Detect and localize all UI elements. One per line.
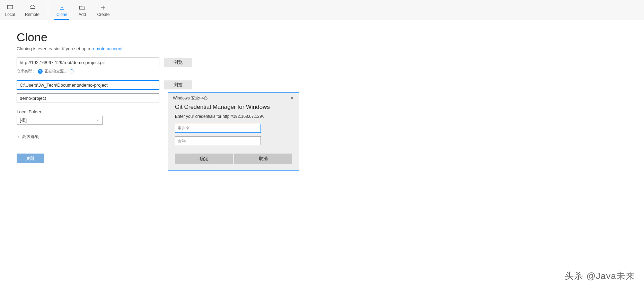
toolbar-clone[interactable]: Clone bbox=[52, 0, 72, 20]
chevron-down-icon bbox=[95, 118, 99, 122]
source-url-input[interactable] bbox=[17, 58, 159, 67]
toolbar-create-label: Create bbox=[97, 12, 109, 17]
local-folder-select[interactable]: [根] bbox=[17, 116, 103, 125]
browse-destination-button[interactable]: 浏览 bbox=[164, 80, 192, 89]
page-subtext: Cloning is even easier if you set up a r… bbox=[17, 46, 644, 51]
plus-icon bbox=[100, 4, 107, 11]
watermark: 头杀 @Java未来 bbox=[565, 270, 635, 282]
username-input[interactable] bbox=[175, 124, 261, 133]
spinner-icon bbox=[70, 69, 74, 73]
dialog-window-title: Windows 安全中心 bbox=[173, 95, 208, 101]
download-icon bbox=[59, 4, 65, 11]
cloud-icon bbox=[29, 4, 36, 11]
folder-open-icon bbox=[79, 4, 86, 11]
dialog-cancel-button[interactable]: 取消 bbox=[234, 154, 292, 164]
toolbar-separator bbox=[48, 2, 48, 18]
advanced-options-toggle[interactable]: 高级选项 bbox=[17, 134, 644, 140]
toolbar-local-label: Local bbox=[5, 12, 15, 17]
dialog-prompt: Enter your credentials for http://192.16… bbox=[175, 114, 292, 119]
toolbar-remote[interactable]: Remote bbox=[20, 0, 44, 20]
toolbar-add-label: Add bbox=[79, 12, 86, 17]
clone-button[interactable]: 克隆 bbox=[17, 154, 44, 163]
toolbar-create[interactable]: Create bbox=[92, 0, 114, 20]
browse-source-button[interactable]: 浏览 bbox=[164, 58, 192, 67]
toolbar-remote-label: Remote bbox=[25, 12, 39, 17]
toolbar-local[interactable]: Local bbox=[0, 0, 20, 20]
destination-path-input[interactable] bbox=[17, 80, 159, 90]
main-content: Clone Cloning is even easier if you set … bbox=[0, 20, 644, 163]
dialog-heading: Git Credential Manager for Windows bbox=[175, 104, 292, 111]
toolbar: Local Remote Clone Add Create bbox=[0, 0, 644, 20]
close-icon bbox=[290, 96, 294, 100]
repo-type-status: 仓库类型： ? 正在检查源… bbox=[17, 69, 644, 74]
credential-dialog: Windows 安全中心 Git Credential Manager for … bbox=[168, 92, 299, 171]
page-title: Clone bbox=[17, 31, 644, 44]
toolbar-clone-label: Clone bbox=[56, 12, 67, 17]
password-input[interactable] bbox=[175, 136, 261, 145]
project-name-input[interactable] bbox=[17, 93, 159, 103]
toolbar-add[interactable]: Add bbox=[72, 0, 92, 20]
dialog-close-button[interactable] bbox=[289, 95, 295, 102]
info-icon: ? bbox=[38, 69, 43, 74]
svg-rect-0 bbox=[8, 5, 13, 9]
monitor-icon bbox=[7, 4, 14, 11]
remote-account-link[interactable]: remote account bbox=[91, 46, 123, 51]
chevron-right-icon bbox=[17, 135, 20, 139]
dialog-ok-button[interactable]: 确定 bbox=[175, 154, 233, 164]
local-folder-label: Local Folder: bbox=[17, 109, 644, 114]
